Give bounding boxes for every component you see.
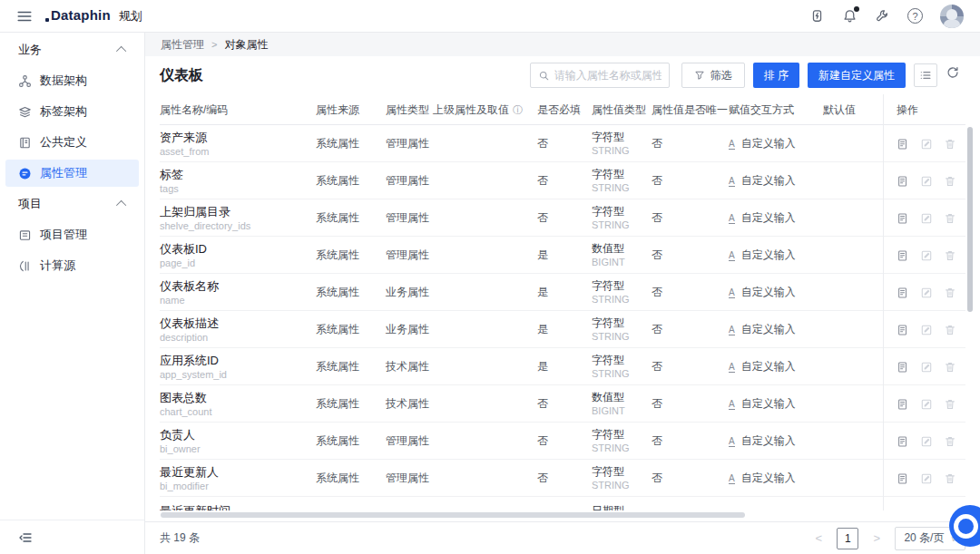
create-attribute-button[interactable]: 新建自定义属性	[808, 63, 906, 88]
attr-type: 业务属性	[386, 285, 433, 300]
edit-icon[interactable]	[920, 175, 933, 188]
sidebar-item-label: 计算源	[40, 258, 75, 274]
avatar[interactable]	[940, 5, 964, 28]
current-page[interactable]: 1	[837, 528, 858, 549]
prev-page-icon[interactable]: <	[808, 528, 829, 549]
info-icon[interactable]: ⓘ	[513, 103, 523, 117]
search-box	[530, 63, 670, 88]
edit-icon[interactable]	[920, 398, 933, 411]
attr-type: 管理属性	[386, 136, 433, 151]
detail-icon[interactable]	[897, 398, 909, 411]
notification-icon[interactable]	[842, 8, 858, 24]
attr-value-type: 字符型	[592, 428, 652, 442]
edit-icon[interactable]	[920, 324, 933, 336]
edit-icon[interactable]	[920, 212, 933, 225]
detail-icon[interactable]	[897, 175, 909, 188]
attr-required: 否	[537, 173, 592, 189]
delete-icon[interactable]	[944, 398, 956, 411]
table-row[interactable]: 负责人 bi_owner 系统属性 管理属性 否 字符型 STRING 否 A …	[160, 423, 965, 460]
vertical-scrollbar[interactable]	[967, 127, 973, 312]
delete-icon[interactable]	[944, 472, 956, 485]
table-row[interactable]: 仪表板名称 name 系统属性 业务属性 是 字符型 STRING 否 A 自定…	[160, 274, 965, 311]
delete-icon[interactable]	[944, 249, 956, 262]
sidebar-item-project-management[interactable]: 项目管理	[5, 221, 139, 248]
delete-icon[interactable]	[944, 361, 956, 374]
edit-icon[interactable]	[920, 138, 933, 151]
sidebar-section-business[interactable]: 业务	[0, 36, 144, 63]
table-row[interactable]: 仪表板描述 description 系统属性 业务属性 是 字符型 STRING…	[160, 311, 965, 348]
help-icon[interactable]: ?	[907, 8, 923, 24]
menu-icon[interactable]	[16, 8, 33, 24]
detail-icon[interactable]	[897, 435, 909, 448]
collapse-sidebar-icon[interactable]	[18, 530, 33, 545]
table-row[interactable]: 上架归属目录 shelve_directory_ids 系统属性 管理属性 否 …	[160, 199, 965, 237]
chevron-up-icon	[116, 200, 126, 210]
text-input-icon: A	[729, 213, 735, 224]
col-header-unique: 属性值是否唯一	[652, 102, 729, 118]
col-header-action: 操作	[883, 94, 965, 125]
partial-row-clip: 最近更新时间 日期型	[160, 497, 965, 510]
table-row[interactable]: 最近更新人 bi_modifier 系统属性 管理属性 否 字符型 STRING…	[160, 460, 965, 497]
table-row[interactable]: 应用系统ID app_system_id 系统属性 技术属性 是 字符型 STR…	[160, 348, 965, 385]
attr-unique: 否	[652, 136, 729, 151]
edit-icon[interactable]	[920, 361, 933, 374]
funnel-icon	[694, 70, 705, 81]
attr-unique: 否	[652, 396, 729, 412]
sidebar-item-compute-source[interactable]: 计算源	[5, 252, 139, 279]
edit-icon[interactable]	[920, 472, 933, 485]
attr-unique: 否	[652, 248, 729, 263]
delete-icon[interactable]	[944, 324, 956, 336]
detail-icon[interactable]	[897, 472, 909, 485]
horizontal-scrollbar[interactable]	[161, 512, 745, 518]
sidebar-item-label: 项目管理	[40, 227, 87, 243]
detail-icon[interactable]	[897, 249, 909, 262]
detail-icon[interactable]	[897, 212, 909, 225]
search-input[interactable]	[554, 69, 662, 82]
delete-icon[interactable]	[944, 435, 956, 448]
edit-icon[interactable]	[920, 287, 933, 299]
delete-icon[interactable]	[944, 287, 956, 299]
detail-icon[interactable]	[897, 324, 909, 336]
attr-value-type-code: STRING	[592, 293, 652, 306]
edit-icon[interactable]	[920, 249, 933, 262]
attr-code: page_id	[160, 257, 316, 269]
attr-required: 否	[537, 210, 592, 226]
delete-icon[interactable]	[944, 175, 956, 188]
content-card: 仪表板 筛选 排 序 新建自定义属性	[145, 56, 980, 554]
attr-value-type: 数值型	[592, 242, 652, 256]
refresh-button[interactable]	[946, 65, 965, 85]
sidebar-item-data-architecture[interactable]: 数据架构	[5, 67, 139, 94]
tools-icon[interactable]	[875, 8, 890, 24]
table-row[interactable]: 最近更新时间 日期型	[160, 497, 965, 510]
sidebar-item-attribute-management[interactable]: 属性管理	[5, 160, 139, 187]
sidebar-item-tag-architecture[interactable]: 标签架构	[5, 98, 139, 125]
col-header-source: 属性来源	[316, 102, 386, 118]
detail-icon[interactable]	[897, 138, 909, 151]
search-icon	[538, 70, 550, 82]
sidebar-item-common-definition[interactable]: 公共定义	[5, 129, 139, 156]
delete-icon[interactable]	[944, 212, 956, 225]
attr-value-type: 字符型	[592, 205, 652, 219]
next-page-icon[interactable]: >	[866, 528, 887, 549]
sort-button[interactable]: 排 序	[753, 63, 799, 88]
detail-icon[interactable]	[897, 287, 909, 299]
table-row[interactable]: 标签 tags 系统属性 管理属性 否 字符型 STRING 否 A 自定义输入	[160, 162, 965, 199]
section-label: 业务	[18, 42, 42, 58]
column-settings-button[interactable]	[914, 63, 937, 87]
delete-icon[interactable]	[944, 138, 956, 151]
lightning-badge-icon[interactable]	[809, 8, 825, 24]
table-row[interactable]: 资产来源 asset_from 系统属性 管理属性 否 字符型 STRING 否…	[160, 125, 965, 162]
table-row[interactable]: 图表总数 chart_count 系统属性 技术属性 否 数值型 BIGINT …	[160, 385, 965, 423]
attr-type: 管理属性	[386, 248, 433, 263]
filter-button[interactable]: 筛选	[681, 63, 745, 88]
text-input-icon: A	[729, 287, 735, 298]
attr-value-type-code: STRING	[592, 181, 652, 194]
attr-value-type-code: STRING	[592, 442, 652, 454]
breadcrumb-parent[interactable]: 属性管理	[161, 37, 204, 53]
total-count: 共 19 条	[160, 530, 200, 546]
edit-icon[interactable]	[920, 435, 933, 448]
attr-name: 仪表板名称	[160, 279, 316, 294]
detail-icon[interactable]	[897, 361, 909, 374]
sidebar-section-project[interactable]: 项目	[0, 190, 144, 218]
table-row[interactable]: 仪表板ID page_id 系统属性 管理属性 是 数值型 BIGINT 否 A…	[160, 237, 965, 274]
